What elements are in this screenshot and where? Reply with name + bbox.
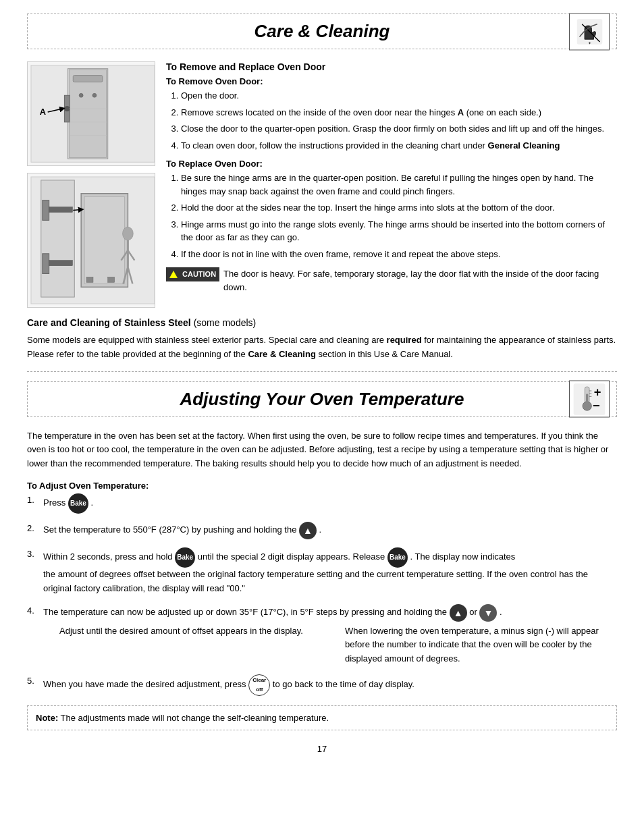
caution-text: The door is heavy. For safe, temporary s… [223, 267, 617, 294]
adjust-section-header: Adjusting Your Oven Temperature + − [27, 381, 617, 417]
step-5-text-after: to go back to the time of day display. [273, 679, 414, 689]
adjust-step-2: 2. Set the temperature to 550°F (287°C) … [27, 522, 617, 539]
adjust-step-3: 3. Within 2 seconds, press and hold Bake… [27, 547, 617, 596]
adjust-title: Adjusting Your Oven Temperature [180, 389, 464, 410]
step-4-col1: Adjust until the desired amount of offse… [59, 624, 331, 666]
replace-steps-list: Be sure the hinge arms are in the quarte… [166, 171, 617, 261]
step-4-col1-text: Adjust until the desired amount of offse… [59, 626, 303, 636]
adjust-step-4: 4. The temperature can now be adjusted u… [27, 604, 617, 666]
door-images: A [27, 61, 155, 308]
page: Care & Cleaning ✦ [0, 0, 644, 837]
step-1-text-before: Press [43, 497, 65, 508]
caution-box: CAUTION The door is heavy. For safe, tem… [166, 267, 617, 294]
care-title: Care & Cleaning [254, 21, 390, 42]
remove-steps-list: Open the door. Remove screws located on … [166, 89, 617, 152]
step-num-4: 4. [27, 604, 38, 618]
svg-text:+: + [594, 385, 601, 399]
stainless-title-line: Care and Cleaning of Stainless Steel (so… [27, 317, 617, 328]
remove-title: To Remove Oven Door: [166, 76, 617, 86]
replace-step-1: Be sure the hinge arms are in the quarte… [181, 171, 617, 198]
step-3-text-mid: until the special 2 digit display appear… [198, 551, 387, 562]
replace-step-3: Hinge arms must go into the range slots … [181, 218, 617, 244]
section-divider [27, 371, 617, 372]
remove-step-3: Close the door to the quarter-open posit… [181, 122, 617, 136]
adjust-steps-title: To Adjust Oven Temperature: [27, 481, 617, 491]
oven-door-image-bottom [27, 173, 155, 308]
care-section-header: Care & Cleaning ✦ [27, 14, 617, 49]
svg-point-10 [79, 93, 83, 97]
page-num-text: 17 [317, 744, 327, 754]
adjust-step-5: 5. When you have made the desired adjust… [27, 674, 617, 696]
svg-rect-12 [73, 76, 103, 82]
svg-text:✦: ✦ [588, 40, 591, 45]
replace-title: To Replace Oven Door: [166, 159, 617, 169]
note-text: The adjustments made will not change the… [61, 713, 329, 723]
door-text: To Remove and Replace Oven Door To Remov… [166, 61, 617, 308]
replace-step-2: Hold the door at the sides near the top.… [181, 201, 617, 215]
step-5-content: When you have made the desired adjustmen… [43, 674, 617, 696]
svg-point-11 [92, 93, 97, 97]
remove-step-2: Remove screws located on the inside of t… [181, 106, 617, 119]
step-num-1: 1. [27, 493, 38, 508]
page-number: 17 [27, 744, 617, 754]
svg-rect-25 [108, 277, 115, 282]
stainless-section: Care and Cleaning of Stainless Steel (so… [27, 317, 617, 362]
step-1-text-after: . [90, 497, 93, 508]
step-3-text-before: Within 2 seconds, press and hold [43, 551, 175, 562]
step-2-content: Set the temperature to 550°F (287°C) by … [43, 522, 617, 539]
adjust-section: The temperature in the oven has been set… [27, 429, 617, 731]
caution-badge: CAUTION [166, 267, 219, 281]
step-5-text-before: When you have made the desired adjustmen… [43, 679, 248, 689]
svg-text:−: − [593, 398, 600, 412]
door-section: A [27, 61, 617, 308]
svg-rect-21 [49, 261, 73, 266]
step-num-5: 5. [27, 674, 38, 688]
step-1-content: Press Bake . [43, 493, 617, 514]
step-4-text-after: . [500, 607, 502, 617]
caution-triangle-icon [169, 271, 178, 278]
step-3-content: Within 2 seconds, press and hold Bake un… [43, 547, 617, 596]
step-2-text-before: Set the temperature to 550°F (287°C) by … [43, 524, 296, 535]
step-4-text-before: The temperature can now be adjusted up o… [43, 607, 450, 617]
thermometer-icon: + − [569, 381, 610, 418]
remove-replace-title: To Remove and Replace Oven Door [166, 61, 617, 72]
arrow-up-button-step2: ▲ [299, 522, 317, 539]
svg-rect-5 [69, 70, 106, 158]
remove-step-4: To clean oven door, follow the instructi… [181, 139, 617, 153]
svg-point-7 [64, 106, 70, 111]
svg-rect-19 [43, 254, 49, 274]
note-box: Note: The adjustments made will not chan… [27, 705, 617, 731]
step-4-col2: When lowering the oven temperature, a mi… [345, 624, 617, 666]
step-4-two-col: Adjust until the desired amount of offse… [59, 624, 617, 666]
arrow-up-button-step4: ▲ [450, 604, 467, 622]
step-4-content: The temperature can now be adjusted up o… [43, 604, 617, 666]
step-3-text-after: . The display now indicates [410, 551, 515, 562]
cleaning-icon: ✦ [569, 13, 610, 50]
bake-button-step3b: Bake [387, 547, 408, 568]
adjust-intro-text: The temperature in the oven has been set… [27, 429, 617, 471]
bake-button-step1: Bake [68, 493, 88, 514]
svg-rect-20 [49, 207, 73, 213]
step-num-2: 2. [27, 522, 38, 536]
remove-step-1: Open the door. [181, 89, 617, 103]
stainless-text: Some models are equipped with stainless … [27, 333, 617, 362]
svg-rect-35 [586, 394, 588, 407]
step-4-text-mid: or [469, 607, 479, 617]
arrow-down-button-step4: ▼ [479, 604, 497, 622]
adjust-step-1: 1. Press Bake . [27, 493, 617, 514]
step-4-col2-text: When lowering the oven temperature, a mi… [345, 626, 599, 664]
step-2-text-after: . [319, 524, 322, 535]
svg-rect-18 [43, 200, 49, 221]
step-num-3: 3. [27, 547, 38, 562]
svg-point-26 [123, 227, 134, 240]
svg-rect-17 [41, 180, 74, 297]
svg-rect-23 [84, 197, 124, 284]
svg-rect-24 [86, 277, 93, 282]
bake-button-step3a: Bake [175, 547, 195, 568]
step-3-continuation: the amount of degrees offset between the… [43, 569, 588, 593]
clear-button-step5: Clearoff [248, 674, 270, 696]
svg-text:A: A [40, 107, 46, 117]
replace-step-4: If the door is not in line with the oven… [181, 248, 617, 261]
stainless-title: Care and Cleaning of Stainless Steel [27, 317, 191, 328]
note-label: Note: [36, 713, 58, 723]
